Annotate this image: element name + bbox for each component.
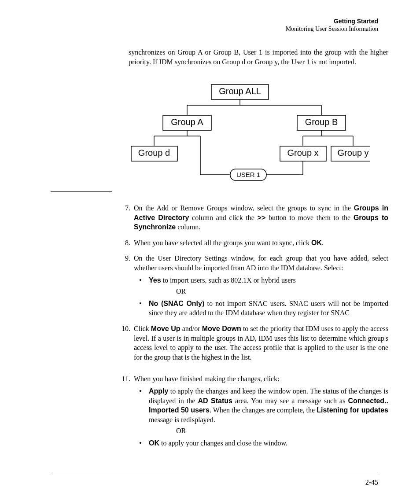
option-ok: OK to apply your changes and close the w… xyxy=(134,438,388,448)
node-x: Group x xyxy=(287,148,318,158)
header-title: Getting Started xyxy=(286,18,378,25)
step-number: 10. xyxy=(115,324,130,334)
step-number: 11. xyxy=(115,374,130,384)
option-no: No (SNAC Only) to not import SNAC users.… xyxy=(134,299,388,318)
node-user: USER 1 xyxy=(236,171,260,178)
header-subtitle: Monitoring User Session Information xyxy=(286,26,378,33)
node-d: Group d xyxy=(138,148,170,158)
step-9: 9. On the User Directory Settings window… xyxy=(115,254,388,318)
or-separator: OR xyxy=(176,426,388,436)
step-number: 7. xyxy=(115,203,130,213)
step-9-options: Yes to import users, such as 802.1X or h… xyxy=(134,276,388,318)
node-a: Group A xyxy=(171,117,203,127)
step-10: 10. Click Move Up and/or Move Down to se… xyxy=(115,324,388,362)
intro-paragraph: synchronizes on Group A or Group B, User… xyxy=(129,48,388,66)
or-separator: OR xyxy=(176,287,388,296)
node-y: Group y xyxy=(337,148,368,158)
page-number: 2-45 xyxy=(365,478,378,486)
step-number: 8. xyxy=(115,238,130,248)
page-header: Getting Started Monitoring User Session … xyxy=(286,18,378,33)
group-hierarchy-diagram: Group ALL Group A Group B Group d Group … xyxy=(123,81,370,187)
sidebar-rule xyxy=(51,191,112,192)
step-list: 7. On the Add or Remove Groups window, s… xyxy=(115,203,388,448)
step-number: 9. xyxy=(115,254,130,263)
step-7: 7. On the Add or Remove Groups window, s… xyxy=(115,203,388,232)
step-11-options: Apply to apply the changes and keep the … xyxy=(134,386,388,448)
main-content: 7. On the Add or Remove Groups window, s… xyxy=(115,203,388,454)
step-8: 8. When you have selected all the groups… xyxy=(115,238,388,248)
node-b: Group B xyxy=(305,117,338,127)
option-apply: Apply to apply the changes and keep the … xyxy=(134,386,388,436)
node-all: Group ALL xyxy=(219,86,261,96)
step-11: 11. When you have finished making the ch… xyxy=(115,374,388,448)
footer-rule xyxy=(51,473,378,473)
option-yes: Yes to import users, such as 802.1X or h… xyxy=(134,276,388,296)
